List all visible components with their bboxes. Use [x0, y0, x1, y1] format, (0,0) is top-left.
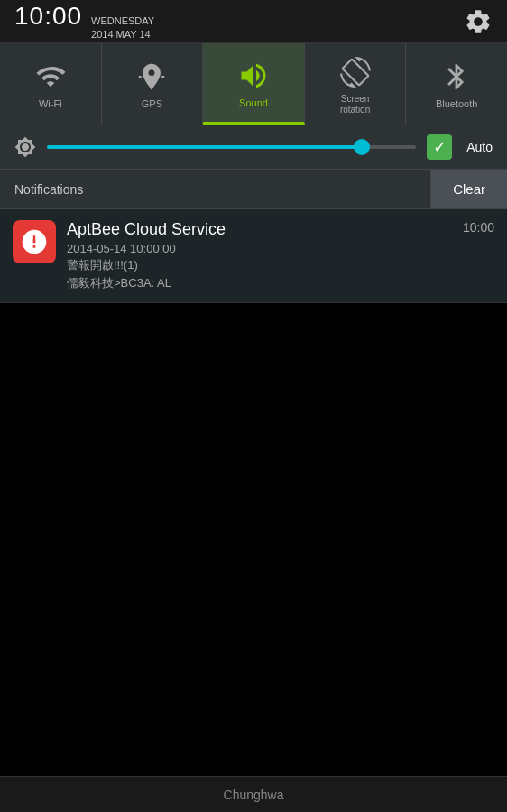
status-bar: 10:00 WEDNESDAY 2014 MAY 14 [0, 0, 507, 43]
status-date: WEDNESDAY 2014 MAY 14 [91, 14, 154, 41]
brightness-icon [14, 136, 36, 158]
quick-settings-panel: Wi-Fi GPS Sound Screen rotation [0, 43, 507, 125]
qs-label-bluetooth: Bluetooth [436, 98, 477, 110]
status-divider [309, 7, 309, 36]
svg-point-2 [35, 234, 42, 241]
notification-line1: 警報開啟!!!(1) [67, 257, 494, 273]
qs-label-sound: Sound [239, 97, 268, 109]
notification-time: 10:00 [463, 220, 494, 235]
gps-icon [135, 60, 168, 93]
brightness-thumb [354, 139, 370, 155]
clear-button[interactable]: Clear [430, 170, 507, 208]
qs-item-gps[interactable]: GPS [102, 43, 204, 125]
qs-label-gps: GPS [142, 98, 162, 110]
qs-label-screen-rotation: Screen rotation [340, 94, 370, 115]
qs-item-wifi[interactable]: Wi-Fi [0, 43, 102, 125]
bluetooth-icon [440, 60, 473, 93]
notifications-title: Notifications [14, 182, 83, 197]
notification-content: AptBee Cloud Service 10:00 2014-05-14 10… [67, 220, 494, 291]
carrier-name: Chunghwa [224, 788, 284, 802]
bottom-bar: Chunghwa [0, 776, 507, 812]
settings-icon[interactable] [464, 7, 493, 36]
qs-label-wifi: Wi-Fi [39, 98, 62, 110]
status-left: 10:00 WEDNESDAY 2014 MAY 14 [14, 2, 154, 41]
notification-app-icon [13, 220, 56, 263]
brightness-slider[interactable] [47, 138, 416, 156]
brightness-row: ✓ Auto [0, 125, 507, 170]
qs-item-bluetooth[interactable]: Bluetooth [406, 43, 507, 125]
notification-date: 2014-05-14 10:00:00 [67, 242, 494, 255]
status-time: 10:00 [14, 2, 82, 31]
notification-app-name: AptBee Cloud Service [67, 220, 226, 239]
auto-checkbox[interactable]: ✓ [427, 134, 452, 160]
notifications-header: Notifications Clear [0, 170, 507, 209]
svg-point-1 [26, 234, 33, 241]
screen-rotation-icon [339, 56, 372, 88]
sound-icon [237, 60, 270, 92]
wifi-icon [34, 60, 67, 93]
brightness-fill [47, 145, 361, 149]
notification-card[interactable]: AptBee Cloud Service 10:00 2014-05-14 10… [0, 209, 507, 303]
notification-line2: 儒毅科技>BC3A: AL [67, 275, 494, 291]
auto-label: Auto [466, 140, 493, 154]
qs-item-screen-rotation[interactable]: Screen rotation [305, 43, 407, 125]
svg-point-0 [151, 76, 153, 78]
notification-header-row: AptBee Cloud Service 10:00 [67, 220, 494, 239]
qs-item-sound[interactable]: Sound [203, 43, 305, 125]
notifications-title-area: Notifications [0, 170, 430, 208]
